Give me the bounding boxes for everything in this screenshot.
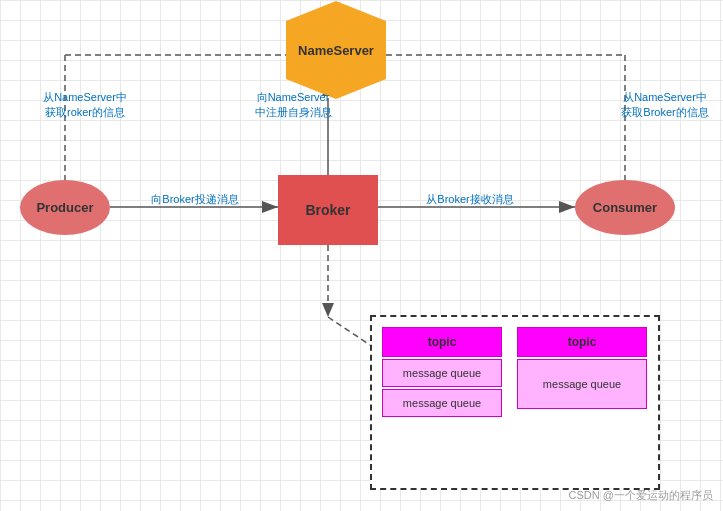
broker-inner-box: topic message queue message queue topic … xyxy=(370,315,660,490)
producer-nameserver-label: 从NameServer中获取roker的信息 xyxy=(30,90,140,121)
topic-group-1: topic message queue message queue xyxy=(382,327,502,417)
broker-nameserver-label: 向NameServer中注册自身消息 xyxy=(238,90,348,121)
broker-label: Broker xyxy=(305,202,350,218)
producer-node: Producer xyxy=(20,180,110,235)
topic-1-label: topic xyxy=(382,327,502,357)
topic-group-2: topic message queue xyxy=(517,327,647,409)
consumer-nameserver-label: 从NameServer中获取Broker的信息 xyxy=(610,90,720,121)
nameserver-label: NameServer xyxy=(298,43,374,58)
broker-consumer-label: 从Broker接收消息 xyxy=(400,192,540,207)
nameserver-node: NameServer xyxy=(286,20,386,80)
consumer-node: Consumer xyxy=(575,180,675,235)
topic-2-label: topic xyxy=(517,327,647,357)
producer-broker-label: 向Broker投递消息 xyxy=(130,192,260,207)
watermark: CSDN @一个爱运动的程序员 xyxy=(569,488,713,503)
topic-2-mq-1: message queue xyxy=(517,359,647,409)
consumer-label: Consumer xyxy=(593,200,657,215)
topic-1-mq-1: message queue xyxy=(382,359,502,387)
nameserver-hexagon: NameServer xyxy=(286,21,386,79)
producer-label: Producer xyxy=(36,200,93,215)
broker-node: Broker xyxy=(278,175,378,245)
topic-1-mq-2: message queue xyxy=(382,389,502,417)
